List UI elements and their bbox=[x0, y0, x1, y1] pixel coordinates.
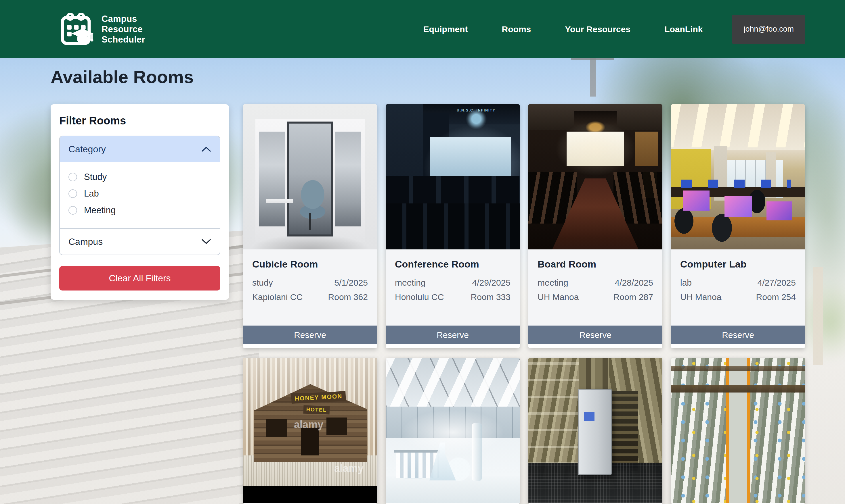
nav-item-equipment[interactable]: Equipment bbox=[424, 24, 468, 34]
room-card-cropped bbox=[528, 358, 662, 504]
room-card-body: Computer Lab lab 4/27/2025 UH Manoa Room… bbox=[671, 249, 805, 326]
room-photo bbox=[528, 358, 662, 503]
room-card-body: Cubicle Room study 5/1/2025 Kapiolani CC… bbox=[243, 249, 377, 326]
room-card-cropped bbox=[386, 358, 520, 504]
photo-overlay-text: alamy bbox=[334, 462, 364, 474]
room-date: 4/29/2025 bbox=[472, 278, 511, 288]
room-photo bbox=[528, 104, 662, 249]
room-category: meeting bbox=[395, 278, 426, 288]
reserve-button[interactable]: Reserve bbox=[671, 326, 805, 344]
room-campus: UH Manoa bbox=[680, 292, 721, 302]
calendar-graduation-icon bbox=[59, 12, 94, 47]
room-date: 4/28/2025 bbox=[615, 278, 653, 288]
chevron-down-icon bbox=[201, 238, 211, 245]
room-photo bbox=[386, 358, 520, 503]
room-photo: HONEY MOONHOTELalamyalamy bbox=[243, 358, 377, 503]
radio-label: Meeting bbox=[84, 205, 116, 216]
campus-label: Campus bbox=[68, 236, 103, 247]
clear-all-filters-button[interactable]: Clear All Filters bbox=[59, 266, 220, 290]
radio-icon[interactable] bbox=[68, 190, 77, 198]
radio-icon[interactable] bbox=[68, 206, 77, 215]
photo-overlay-text: U.N.S.C. INFINITY bbox=[457, 108, 496, 112]
radio-option-lab[interactable]: Lab bbox=[68, 188, 211, 199]
filter-panel: Filter Rooms Category Study Lab Meeting … bbox=[51, 104, 229, 300]
photo-overlay-text: HONEY MOON bbox=[291, 391, 346, 404]
filter-heading: Filter Rooms bbox=[59, 115, 220, 127]
room-card: Board Room meeting 4/28/2025 UH Manoa Ro… bbox=[528, 104, 662, 348]
reserve-button[interactable]: Reserve bbox=[386, 326, 520, 344]
nav-item-loanlink[interactable]: LoanLink bbox=[665, 24, 703, 34]
photo-overlay-text: HOTEL bbox=[303, 405, 330, 414]
app-header: Campus Resource Scheduler Equipment Room… bbox=[0, 0, 845, 58]
room-category: lab bbox=[680, 278, 692, 288]
nav-item-rooms[interactable]: Rooms bbox=[502, 24, 531, 34]
room-date: 5/1/2025 bbox=[334, 278, 368, 288]
category-options: Study Lab Meeting bbox=[60, 162, 220, 229]
main-nav: Equipment Rooms Your Resources LoanLink bbox=[424, 24, 703, 34]
reserve-button[interactable]: Reserve bbox=[528, 326, 662, 344]
radio-option-study[interactable]: Study bbox=[68, 172, 211, 182]
room-card: Computer Lab lab 4/27/2025 UH Manoa Room… bbox=[671, 104, 805, 348]
room-card: U.N.S.C. INFINITY Conference Room meetin… bbox=[386, 104, 520, 348]
filter-accordion: Category Study Lab Meeting Campus bbox=[59, 136, 220, 255]
radio-label: Lab bbox=[84, 188, 99, 199]
user-email-button[interactable]: john@foo.com bbox=[732, 15, 806, 44]
category-accordion-header[interactable]: Category bbox=[60, 136, 220, 162]
room-title: Cubicle Room bbox=[252, 258, 368, 270]
nav-item-your-resources[interactable]: Your Resources bbox=[565, 24, 631, 34]
room-title: Computer Lab bbox=[680, 258, 796, 270]
reserve-button[interactable]: Reserve bbox=[243, 326, 377, 344]
room-number: Room 333 bbox=[471, 292, 511, 302]
campus-accordion-header[interactable]: Campus bbox=[60, 229, 220, 255]
room-title: Board Room bbox=[537, 258, 653, 270]
chevron-up-icon bbox=[201, 146, 211, 152]
room-number: Room 362 bbox=[328, 292, 368, 302]
room-date: 4/27/2025 bbox=[758, 278, 796, 288]
room-photo: U.N.S.C. INFINITY bbox=[386, 104, 520, 249]
room-photo bbox=[671, 358, 805, 503]
room-campus: UH Manoa bbox=[537, 292, 579, 302]
radio-label: Study bbox=[84, 172, 107, 182]
room-photo bbox=[243, 104, 377, 249]
room-category: meeting bbox=[537, 278, 568, 288]
room-card-body: Board Room meeting 4/28/2025 UH Manoa Ro… bbox=[528, 249, 662, 326]
room-card-cropped: HONEY MOONHOTELalamyalamy bbox=[243, 358, 377, 504]
room-number: Room 287 bbox=[614, 292, 653, 302]
brand-title: Campus Resource Scheduler bbox=[102, 14, 145, 45]
radio-option-meeting[interactable]: Meeting bbox=[68, 205, 211, 216]
category-label: Category bbox=[68, 144, 106, 155]
page-title: Available Rooms bbox=[51, 67, 193, 87]
room-card-grid: Cubicle Room study 5/1/2025 Kapiolani CC… bbox=[243, 104, 805, 504]
radio-icon[interactable] bbox=[68, 173, 77, 181]
room-photo bbox=[671, 104, 805, 249]
room-title: Conference Room bbox=[395, 258, 511, 270]
photo-overlay-text: alamy bbox=[294, 419, 323, 431]
room-card-body: Conference Room meeting 4/29/2025 Honolu… bbox=[386, 249, 520, 326]
room-campus: Kapiolani CC bbox=[252, 292, 303, 302]
room-category: study bbox=[252, 278, 273, 288]
room-card: Cubicle Room study 5/1/2025 Kapiolani CC… bbox=[243, 104, 377, 348]
room-campus: Honolulu CC bbox=[395, 292, 444, 302]
brand-logo[interactable]: Campus Resource Scheduler bbox=[59, 12, 145, 47]
room-card-cropped bbox=[671, 358, 805, 504]
room-number: Room 254 bbox=[756, 292, 796, 302]
